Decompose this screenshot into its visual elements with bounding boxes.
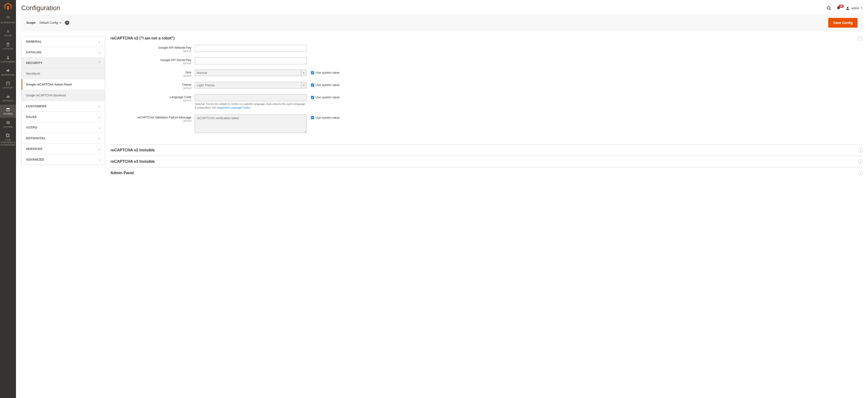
user-menu[interactable]: admit [845, 6, 863, 10]
notifications-button[interactable]: 38 [836, 6, 841, 10]
nav-reports[interactable]: REPORTS [0, 92, 16, 105]
megaphone-icon [6, 68, 10, 73]
supported-languages-link[interactable]: supported Language Codes [217, 106, 250, 109]
nav-catalog[interactable]: CATALOG [0, 39, 16, 53]
field-label: Language Code [170, 95, 191, 99]
security-sub-items: Security.txt Google reCAPTCHA Admin Pane… [22, 68, 105, 101]
tab-label: SALES [26, 115, 37, 119]
sub-recaptcha-admin[interactable]: Google reCAPTCHA Admin Panel [22, 79, 105, 90]
tab-sales[interactable]: SALES ⌄ [22, 112, 105, 122]
nav-label: REPORTS [2, 100, 13, 102]
main-content: Configuration 38 admit Scope: Default Co… [16, 0, 868, 179]
section-title: Admin Panel [111, 171, 134, 175]
language-input[interactable] [195, 94, 307, 101]
size-select[interactable]: Normal ▾ [195, 69, 307, 76]
nav-content[interactable]: CONTENT [0, 79, 16, 92]
tab-customers[interactable]: CUSTOMERS ⌄ [22, 101, 105, 112]
tab-general[interactable]: GENERAL ⌄ [22, 36, 105, 47]
nav-partners[interactable]: FIND PARTNERS & EXTENSIONS [0, 131, 16, 149]
tab-label: SERVICES [26, 147, 42, 151]
nav-system[interactable]: SYSTEM [0, 118, 16, 131]
svg-rect-6 [8, 95, 8, 98]
field-secret-key: Google API Secret Key [global] [111, 57, 863, 65]
chevron-down-icon: ⌄ [98, 158, 100, 161]
failure-message-textarea[interactable]: reCAPTCHA verification failed [195, 115, 307, 133]
sub-security-txt[interactable]: Security.txt [22, 68, 105, 79]
partners-icon [6, 133, 10, 138]
field-scope: [global] [111, 99, 191, 102]
size-use-system-checkbox[interactable] [311, 71, 314, 74]
svg-point-10 [827, 6, 830, 9]
tab-label: CATALOG [26, 51, 41, 54]
sub-recaptcha-storefront[interactable]: Google reCAPTCHA Storefront [22, 90, 105, 101]
section-header-v3-invisible[interactable]: reCAPTCHA v3 Invisible ⌄ [111, 156, 863, 167]
field-label: reCAPTCHA Validation Failure Message [137, 116, 191, 119]
tab-security[interactable]: SECURITY ⌃ [22, 58, 105, 68]
user-icon [845, 6, 850, 10]
website-key-input[interactable] [195, 45, 307, 52]
language-use-system-checkbox[interactable] [311, 96, 314, 99]
tab-catalog[interactable]: CATALOG ⌄ [22, 47, 105, 58]
fieldset-v2: Google API Website Key [global] Google A… [111, 45, 863, 144]
page-title: Configuration [21, 4, 60, 12]
config-tabs: GENERAL ⌄ CATALOG ⌄ SECURITY ⌃ Security.… [21, 36, 105, 165]
secret-key-input[interactable] [195, 57, 307, 64]
nav-label: CATALOG [3, 48, 13, 50]
nav-label: CONTENT [2, 87, 13, 89]
field-scope: [global] [111, 74, 191, 77]
chevron-up-icon: ⌃ [98, 61, 100, 64]
field-scope: [global] [111, 119, 191, 122]
nav-label: FIND PARTNERS & EXTENSIONS [1, 139, 16, 146]
section-header-admin-panel[interactable]: Admin Panel ⌄ [111, 167, 863, 179]
tab-dotdigital[interactable]: DOTDIGITAL ⌄ [22, 133, 105, 144]
field-failure-message: reCAPTCHA Validation Failure Message [gl… [111, 115, 863, 134]
config-form: reCAPTCHA v2 ("I am not a robot") ⌃ Goog… [111, 36, 863, 179]
tab-advanced[interactable]: ADVANCED ⌄ [22, 154, 105, 165]
tab-label: CUSTOMERS [26, 104, 47, 108]
field-scope: [global] [111, 87, 191, 89]
tab-yotpo[interactable]: YOTPO ⌄ [22, 122, 105, 133]
theme-select[interactable]: Light Theme ▾ [195, 82, 307, 88]
content-icon [6, 81, 10, 86]
field-label: Google API Secret Key [160, 58, 191, 62]
nav-dashboard[interactable]: DASHBOARD [0, 13, 16, 26]
dollar-icon: $ [6, 29, 10, 34]
chevron-down-icon: ⌄ [98, 136, 100, 140]
magento-logo[interactable] [0, 0, 16, 13]
section-recaptcha-v2-invisible: reCAPTCHA v2 Invisible ⌄ [111, 145, 863, 156]
tab-label: SECURITY [26, 61, 42, 65]
use-system-label: Use system value [316, 96, 340, 99]
nav-stores[interactable]: STORES [0, 105, 16, 118]
section-admin-panel: Admin Panel ⌄ [111, 167, 863, 179]
field-size: Size [global] Normal ▾ Use system value [111, 69, 863, 77]
notification-badge: 38 [839, 5, 844, 8]
nav-sales[interactable]: $ SALES [0, 26, 16, 39]
nav-customers[interactable]: CUSTOMERS [0, 53, 16, 66]
field-language: Language Code [global] Optional. Forces … [111, 94, 863, 110]
gear-icon [6, 120, 10, 125]
nav-label: SALES [4, 35, 12, 37]
chevron-down-icon: ⌄ [98, 126, 100, 129]
chevron-down-icon: ⌄ [98, 51, 100, 54]
save-config-button[interactable]: Save Config [828, 18, 858, 28]
chevron-down-icon [861, 7, 863, 9]
failure-use-system-checkbox[interactable] [311, 116, 314, 119]
user-name: admit [851, 6, 859, 10]
select-value: Normal [197, 71, 207, 74]
section-header-v2[interactable]: reCAPTCHA v2 ("I am not a robot") ⌃ [111, 36, 863, 45]
scope-select[interactable]: Default Config [39, 21, 62, 25]
tab-label: GENERAL [26, 40, 42, 43]
svg-line-11 [830, 9, 831, 10]
scope-help-button[interactable]: ? [65, 21, 69, 25]
tab-services[interactable]: SERVICES ⌄ [22, 144, 105, 154]
theme-use-system-checkbox[interactable] [311, 84, 314, 87]
chevron-down-icon: ⌄ [98, 147, 100, 150]
search-button[interactable] [827, 6, 831, 11]
field-label: Google API Website Key [158, 46, 191, 50]
tab-label: YOTPO [26, 126, 37, 129]
nav-marketing[interactable]: MARKETING [0, 66, 16, 79]
section-header-v2-invisible[interactable]: reCAPTCHA v2 Invisible ⌄ [111, 145, 863, 156]
section-recaptcha-v2-checkbox: reCAPTCHA v2 ("I am not a robot") ⌃ Goog… [111, 36, 863, 145]
expand-icon: ⌄ [858, 159, 863, 164]
expand-icon: ⌄ [858, 171, 863, 175]
